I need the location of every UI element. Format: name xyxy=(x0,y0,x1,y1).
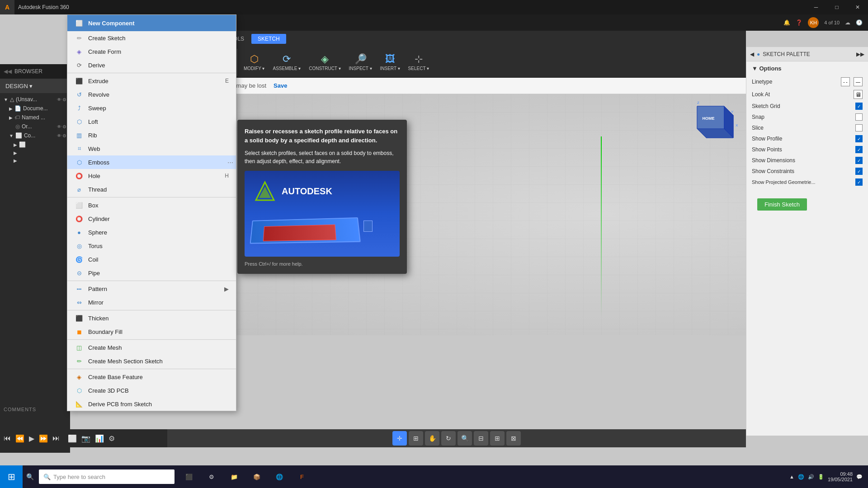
start-button[interactable]: ⊞ xyxy=(0,465,23,488)
sphere-icon: ● xyxy=(75,228,84,237)
minimize-button[interactable]: ─ xyxy=(806,0,826,14)
tree-item[interactable]: ▼ △ (Unsav... 👁 ⚙ xyxy=(0,95,70,104)
sphere-item[interactable]: ● Sphere xyxy=(67,225,236,239)
coil-item[interactable]: 🌀 Coil xyxy=(67,253,236,266)
show-points-checkbox[interactable]: ✓ xyxy=(855,146,863,153)
design-button[interactable]: DESIGN ▾ xyxy=(0,79,70,93)
zoom-btn[interactable]: 🔍 xyxy=(458,431,472,446)
slice-checkbox[interactable] xyxy=(855,124,863,131)
settings-icon2[interactable]: ⚙ xyxy=(108,434,115,443)
loft-item[interactable]: ⬡ Loft xyxy=(67,115,236,128)
collapse-icon[interactable]: ◀ xyxy=(750,51,754,57)
construct-group[interactable]: ◈ CONSTRUCT ▾ xyxy=(305,52,344,73)
mirror-item[interactable]: ⇔ Mirror xyxy=(67,296,236,309)
pipe-item[interactable]: ⊝ Pipe xyxy=(67,266,236,280)
go-end-button[interactable]: ⏭ xyxy=(52,434,60,442)
create-mesh-section-sketch-item[interactable]: ✏ Create Mesh Section Sketch xyxy=(67,354,236,368)
revolve-item[interactable]: ↺ Revolve xyxy=(67,88,236,101)
go-start-button[interactable]: ⏮ xyxy=(4,434,11,442)
create-form-item[interactable]: ◈ Create Form xyxy=(67,45,236,58)
save-button[interactable]: Save xyxy=(274,82,287,89)
derive-item[interactable]: ⟳ Derive xyxy=(67,58,236,72)
tree-item[interactable]: ▼ ⬜ Co... 👁 ⚙ xyxy=(0,131,70,140)
create-3d-pcb-item[interactable]: ⬡ Create 3D PCB xyxy=(67,384,236,397)
notifications-icon[interactable]: 🔔 xyxy=(783,19,790,26)
step-forward-button[interactable]: ⏩ xyxy=(39,434,48,443)
play-button[interactable]: ▶ xyxy=(29,434,34,443)
inspect-group[interactable]: 🔎 INSPECT ▾ xyxy=(345,52,376,73)
show-profile-checkbox[interactable]: ✓ xyxy=(855,135,863,142)
box-item[interactable]: ⬜ Box xyxy=(67,198,236,212)
cortana-button[interactable]: 🔍 xyxy=(23,469,37,484)
emboss-item[interactable]: ⬡ Emboss ⋯ xyxy=(67,155,236,169)
pan-btn[interactable]: ✋ xyxy=(425,431,439,446)
toolbar-divider xyxy=(237,49,237,76)
show-constraints-checkbox[interactable]: ✓ xyxy=(855,168,863,175)
linetype-solid[interactable]: — xyxy=(854,77,863,86)
expand-icon[interactable]: ▶▶ xyxy=(856,51,864,57)
explorer-btn[interactable]: 📁 xyxy=(225,468,243,486)
select-group[interactable]: ⊹ SELECT ▾ xyxy=(405,52,433,73)
rib-item[interactable]: ▥ Rib xyxy=(67,128,236,142)
display2-btn[interactable]: ⊠ xyxy=(506,431,521,446)
pattern-item[interactable]: ▪▪▪ Pattern ▶ xyxy=(67,282,236,296)
show-dimensions-checkbox[interactable]: ✓ xyxy=(855,157,863,164)
tab-sketch[interactable]: SKETCH xyxy=(251,34,286,44)
finish-sketch-button[interactable]: Finish Sketch xyxy=(757,198,807,211)
hole-item[interactable]: ⭕ Hole H xyxy=(67,169,236,183)
show-points-row: Show Points ✓ xyxy=(752,144,863,155)
fusion-taskbar-btn[interactable]: F xyxy=(293,468,311,486)
derive-pcb-from-sketch-item[interactable]: 📐 Derive PCB from Sketch xyxy=(67,397,236,411)
maximize-button[interactable]: □ xyxy=(826,0,847,14)
options-section-header[interactable]: ▼ Options xyxy=(752,65,863,72)
winrar-btn[interactable]: 📦 xyxy=(248,468,266,486)
notification-center-icon[interactable]: 💬 xyxy=(856,474,863,480)
tree-item[interactable]: ▶ xyxy=(0,157,70,164)
tree-item[interactable]: ▶ 📄 Docume... xyxy=(0,104,70,113)
user-avatar[interactable]: KH xyxy=(808,17,819,28)
help-icon[interactable]: ❓ xyxy=(796,19,802,26)
boundary-fill-item[interactable]: ◼ Boundary Fill xyxy=(67,325,236,338)
settings-taskbar-btn[interactable]: ⚙ xyxy=(203,468,221,486)
tree-item[interactable]: ◎ Or... 👁 ⚙ xyxy=(0,122,70,131)
slice-row: Slice xyxy=(752,122,863,133)
linetype-controls[interactable]: - - — xyxy=(841,77,863,86)
display-btn[interactable]: ⊟ xyxy=(474,431,488,446)
orbit-btn[interactable]: ↻ xyxy=(441,431,456,446)
extrude-item[interactable]: ⬛ Extrude E xyxy=(67,74,236,88)
show-projected-checkbox[interactable]: ✓ xyxy=(855,178,863,186)
tree-item[interactable]: ▶ xyxy=(0,149,70,157)
tree-item[interactable]: ▶ ⬜ xyxy=(0,140,70,149)
torus-item[interactable]: ◎ Torus xyxy=(67,239,236,253)
tree-item[interactable]: ▶ 🏷 Named ... xyxy=(0,113,70,122)
thicken-item[interactable]: ⬛ Thicken xyxy=(67,311,236,325)
separator6 xyxy=(67,369,236,369)
sweep-item[interactable]: ⤴ Sweep xyxy=(67,101,236,115)
cursor-btn[interactable]: ✛ xyxy=(392,431,407,446)
grid-btn[interactable]: ⊞ xyxy=(490,431,505,446)
nav-cube[interactable]: HOME Y X Z xyxy=(679,97,742,151)
look-at-button[interactable]: 🖥 xyxy=(854,90,863,99)
modify-group[interactable]: ⬡ MODIFY ▾ xyxy=(240,52,268,73)
chrome-btn[interactable]: 🌐 xyxy=(270,468,288,486)
create-mesh-icon: ◫ xyxy=(75,343,84,352)
create-sketch-item[interactable]: ✏ Create Sketch xyxy=(67,31,236,45)
create-base-feature-item[interactable]: ◈ Create Base Feature xyxy=(67,370,236,384)
create-mesh-item[interactable]: ◫ Create Mesh xyxy=(67,341,236,354)
web-item[interactable]: ⌗ Web xyxy=(67,142,236,155)
task-view-button[interactable]: ⬛ xyxy=(180,468,198,486)
search-bar[interactable]: 🔍 Type here to search xyxy=(39,469,175,484)
snap-checkbox[interactable] xyxy=(855,113,863,121)
assemble-group[interactable]: ⟳ ASSEMBLE ▾ xyxy=(269,52,304,73)
step-back-button[interactable]: ⏪ xyxy=(15,434,24,443)
tray-up-icon[interactable]: ▲ xyxy=(789,474,794,479)
create-3d-pcb-icon: ⬡ xyxy=(75,386,84,395)
thread-item[interactable]: ⌀ Thread xyxy=(67,183,236,196)
cylinder-item[interactable]: ⭕ Cylinder xyxy=(67,212,236,225)
sketch-grid-checkbox[interactable]: ✓ xyxy=(855,103,863,110)
linetype-dashed[interactable]: - - xyxy=(841,77,850,86)
insert-group[interactable]: 🖼 INSERT ▾ xyxy=(377,52,404,73)
new-component-item[interactable]: ⬜ New Component xyxy=(67,15,236,31)
snap-btn[interactable]: ⊞ xyxy=(409,431,423,446)
close-button[interactable]: ✕ xyxy=(847,0,868,14)
